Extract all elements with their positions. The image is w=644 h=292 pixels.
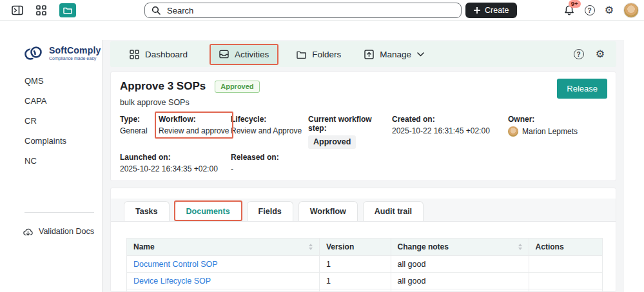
notifications-bell-icon[interactable]: 9+: [563, 5, 575, 16]
brand-name: SoftComply: [49, 46, 101, 55]
field-launched-on: Launched on: 2025-10-22 16:34:35 +02:00: [120, 153, 231, 174]
sort-icon[interactable]: [309, 244, 313, 250]
field-current-workflow-step: Current workflow step: Approved: [308, 115, 392, 149]
owner-name: Marion Lepmets: [522, 127, 578, 137]
owner-avatar: [508, 126, 518, 137]
tab-workflow[interactable]: Workflow: [298, 201, 358, 221]
brand-tagline: Compliance made easy: [49, 56, 101, 61]
navbar-help-icon[interactable]: ?: [574, 49, 584, 59]
field-type: Type: General: [120, 115, 159, 149]
sidebar-divider: [24, 212, 94, 213]
tab-fields[interactable]: Fields: [247, 201, 293, 221]
table-row: Risk Management SOP 1 all good: [127, 289, 603, 292]
app-switcher-icon[interactable]: [36, 5, 46, 15]
change-notes-cell: all good: [391, 289, 529, 292]
activity-subtitle: bulk approve SOPs: [120, 98, 607, 107]
workflow-annotation-box: Workflow: Review and approve: [159, 115, 229, 136]
field-created-on: Created on: 2025-10-22 16:31:45 +02:00: [392, 115, 508, 149]
softcomply-logo-icon: [23, 45, 44, 62]
metadata-fields: Type: General Workflow: Review and appro…: [120, 115, 607, 174]
sidebar-item-complaints[interactable]: Complaints: [0, 131, 102, 151]
actions-cell: [529, 256, 602, 273]
left-sidebar: SoftComply Compliance made easy QMS CAPA…: [0, 21, 102, 292]
version-cell: 1: [319, 256, 391, 273]
activity-detail-card: Tasks Documents Fields Workflow Audit tr…: [110, 188, 616, 292]
tab-tasks[interactable]: Tasks: [124, 201, 170, 221]
document-link[interactable]: Device Lifecycle SOP: [127, 273, 320, 289]
plus-icon: [473, 6, 481, 14]
field-released-on: Released on: -: [231, 153, 308, 174]
documents-table: Name Version Change notes Actions: [126, 238, 603, 292]
folders-icon: [297, 50, 306, 59]
document-link[interactable]: Document Control SOP: [127, 256, 320, 273]
sort-icon[interactable]: [518, 244, 522, 250]
softcomply-logo: SoftComply Compliance made easy: [0, 45, 102, 62]
workflow-step-chip: Approved: [308, 135, 356, 149]
sidebar-item-qms[interactable]: QMS: [0, 71, 102, 91]
app-navbar: Dashboard Activities Folders Manage ?: [110, 41, 616, 67]
sidebar-collapse-icon[interactable]: [12, 5, 23, 15]
table-header-row: Name Version Change notes Actions: [127, 238, 603, 256]
global-search[interactable]: [144, 3, 462, 18]
change-notes-cell: all good: [391, 256, 529, 273]
activities-inbox-icon: [219, 50, 229, 59]
status-badge: Approved: [215, 81, 259, 93]
column-header-change-notes[interactable]: Change notes: [391, 238, 529, 256]
field-owner: Owner: Marion Lepmets: [508, 115, 607, 149]
sidebar-item-validation-docs[interactable]: Validation Docs: [23, 227, 102, 236]
field-workflow: Workflow: Review and approve: [159, 115, 231, 149]
change-notes-cell: all good: [391, 273, 529, 289]
search-input[interactable]: [166, 5, 454, 16]
search-icon: [151, 6, 161, 15]
tab-audit-trail[interactable]: Audit trail: [363, 201, 424, 221]
manage-icon: [364, 50, 374, 59]
actions-cell: [529, 273, 602, 289]
sidebar-item-capa[interactable]: CAPA: [0, 91, 102, 111]
version-cell: 1: [319, 273, 391, 289]
notification-count-badge: 9+: [569, 0, 581, 8]
sidebar-item-cr[interactable]: CR: [0, 111, 102, 131]
folder-icon: [63, 6, 72, 14]
nav-folders[interactable]: Folders: [297, 50, 341, 59]
activity-header-card: Approve 3 SOPs Approved Release bulk app…: [110, 72, 616, 181]
settings-gear-icon[interactable]: ⚙: [605, 5, 614, 15]
softcomply-app-button[interactable]: [59, 3, 76, 17]
nav-dashboard[interactable]: Dashboard: [130, 50, 188, 59]
column-header-name[interactable]: Name: [127, 238, 320, 256]
nav-activities[interactable]: Activities: [211, 45, 277, 64]
cloud-download-icon: [23, 228, 33, 236]
chevron-down-icon: [417, 52, 424, 57]
column-header-version: Version: [319, 238, 391, 256]
actions-cell: [529, 289, 602, 292]
user-avatar[interactable]: [623, 3, 639, 18]
dashboard-grid-icon: [130, 50, 139, 59]
table-row: Device Lifecycle SOP 1 all good: [127, 273, 603, 289]
document-link[interactable]: Risk Management SOP: [127, 289, 320, 292]
version-cell: 1: [319, 289, 391, 292]
tab-strip: Tasks Documents Fields Workflow Audit tr…: [111, 199, 616, 222]
top-bar: Create 9+ ? ⚙: [0, 0, 644, 21]
table-row: Document Control SOP 1 all good: [127, 256, 603, 273]
help-icon[interactable]: ?: [585, 5, 595, 15]
column-header-actions: Actions: [529, 238, 602, 256]
field-lifecycle: Lifecycle: Review and Approve: [231, 115, 308, 149]
release-button[interactable]: Release: [557, 79, 607, 99]
page-title: Approve 3 SOPs: [120, 80, 206, 93]
navbar-settings-icon[interactable]: ⚙: [596, 49, 605, 59]
page-right-margin: [624, 21, 644, 292]
create-button[interactable]: Create: [465, 3, 517, 18]
nav-manage[interactable]: Manage: [364, 50, 424, 59]
sidebar-item-nc[interactable]: NC: [0, 151, 102, 171]
tab-documents[interactable]: Documents: [175, 201, 242, 221]
